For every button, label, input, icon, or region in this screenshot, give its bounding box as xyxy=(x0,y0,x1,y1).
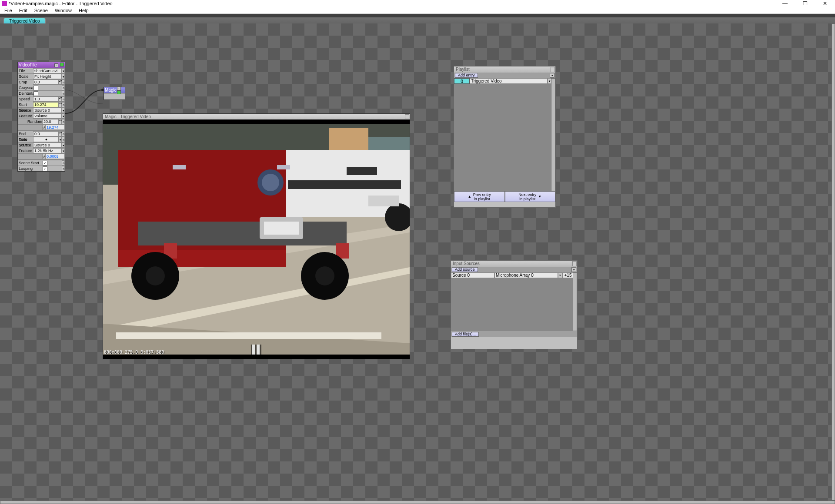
random-link-icon[interactable]: ⎋ xyxy=(62,119,65,124)
val-endtime[interactable]: 0.0 xyxy=(33,131,59,136)
playlist-header[interactable]: Playlist xyxy=(454,66,555,73)
playlist-panel[interactable]: Playlist Add entry ▾ 0 Triggered Video ▾… xyxy=(454,66,556,208)
prev-entry-label: Prev entry in playlist xyxy=(473,192,491,201)
workspace-hscrollbar[interactable] xyxy=(0,501,835,504)
chk-scenestart[interactable]: ✓ xyxy=(43,161,47,166)
node-minimize-icon[interactable]: - xyxy=(54,63,58,67)
svg-rect-11 xyxy=(138,222,347,245)
feature1-dropdown[interactable]: ▾ xyxy=(62,113,65,119)
val-crop[interactable]: 0.0 xyxy=(33,80,59,85)
maximize-button[interactable]: ❐ xyxy=(795,0,815,7)
val-starttime[interactable]: 19.274 xyxy=(33,102,59,107)
menu-file[interactable]: File xyxy=(1,8,16,13)
close-button[interactable]: ✕ xyxy=(815,0,835,7)
titlebar: *VideoExamples.magic - Editor - Triggere… xyxy=(0,0,835,7)
next-entry-button[interactable]: Next entry in playlist▼ xyxy=(505,191,556,202)
source-gain[interactable]: +15 xyxy=(562,272,574,278)
sources-scroll-thumb-icon[interactable] xyxy=(573,272,577,331)
val-speed[interactable]: 1.0 xyxy=(33,96,59,102)
menu-edit[interactable]: Edit xyxy=(16,8,31,13)
node-videofile-header[interactable]: VideoFile - xyxy=(18,62,65,68)
menu-scene[interactable]: Scene xyxy=(31,8,51,13)
val-feature1[interactable]: Volume xyxy=(33,113,62,119)
val-source2[interactable]: Source 0 xyxy=(33,143,62,148)
source-device-dropdown[interactable]: ▾ xyxy=(558,272,562,278)
crop-link-icon[interactable]: ⎋ xyxy=(62,80,65,85)
source1-dropdown[interactable]: ▾ xyxy=(62,108,65,113)
tab-triggered-video[interactable]: Triggered Video xyxy=(3,18,46,23)
starttime-link-icon[interactable]: ⎋ xyxy=(62,102,65,107)
speed-link-icon[interactable]: ⎋ xyxy=(62,96,65,102)
sources-options-dropdown[interactable]: ▾ xyxy=(571,267,576,272)
add-files-button[interactable]: Add file(s)... xyxy=(452,332,479,337)
workspace[interactable]: VideoFile - FileshortCars.avi▾ ScaleFit … xyxy=(0,23,835,501)
chk-grayscale[interactable] xyxy=(33,86,38,90)
menu-help[interactable]: Help xyxy=(75,8,92,13)
source-name[interactable]: Source 0 xyxy=(451,272,494,278)
preview-maximize-button[interactable] xyxy=(405,114,409,119)
preview-header[interactable]: Magic - Triggered Video xyxy=(103,114,410,119)
node-wire xyxy=(64,86,104,115)
node-magic[interactable]: Magic - xyxy=(104,87,125,100)
playlist-scrollbar[interactable] xyxy=(551,78,555,191)
feature2-dropdown[interactable]: ▾ xyxy=(62,148,65,153)
node-videofile-title: VideoFile xyxy=(19,63,37,67)
minimize-button[interactable]: — xyxy=(775,0,795,7)
ws-hscroll-thumb-icon[interactable] xyxy=(0,501,835,504)
speed-spinner[interactable]: ▴▾ xyxy=(59,96,62,102)
val-scale[interactable]: Fit Height xyxy=(33,74,62,79)
magic-enable-icon[interactable] xyxy=(117,90,121,94)
node-enable-icon[interactable] xyxy=(60,63,64,66)
sources-close-button[interactable] xyxy=(572,261,577,266)
workspace-vscrollbar[interactable] xyxy=(832,23,835,501)
source-device[interactable]: Microphone Array 0 xyxy=(494,272,558,278)
sources-header[interactable]: Input Sources xyxy=(451,261,577,267)
input-sources-panel[interactable]: Input Sources Add source ▾ Source 0 Micr… xyxy=(451,260,578,349)
prev-entry-button[interactable]: ▲Prev entry in playlist xyxy=(454,191,505,202)
val-source1[interactable]: Source 0 xyxy=(33,108,62,113)
playlist-row[interactable]: 0 Triggered Video ▾ xyxy=(454,78,555,84)
playlist-list[interactable]: 0 Triggered Video ▾ xyxy=(454,78,555,191)
svg-rect-25 xyxy=(252,345,255,355)
looping-link-icon[interactable]: ⎋ xyxy=(62,166,65,171)
ws-vscroll-thumb-icon[interactable] xyxy=(832,23,835,501)
node-magic-title: Magic xyxy=(105,88,117,93)
starttime-spinner[interactable]: ▴▾ xyxy=(59,102,62,107)
menu-window[interactable]: Window xyxy=(51,8,75,13)
gotostart-link-icon[interactable]: ⎋ xyxy=(62,137,65,142)
magic-minimize-icon[interactable]: - xyxy=(117,86,121,90)
source-row[interactable]: Source 0 Microphone Array 0 ▾ +15 xyxy=(451,272,577,278)
chk-looping[interactable]: ✓ xyxy=(43,166,47,171)
endtime-link-icon[interactable]: ⎋ xyxy=(62,131,65,136)
chk-deinterlace[interactable] xyxy=(33,91,38,96)
lbl-endtime: End Time xyxy=(18,131,33,136)
add-entry-button[interactable]: Add entry xyxy=(455,73,478,78)
playlist-entry-index[interactable]: 0 xyxy=(454,78,470,84)
val-random[interactable]: 20.0 xyxy=(42,119,59,124)
val-feature2[interactable]: 1.2k-5k Hz xyxy=(33,148,62,153)
random-spinner[interactable]: ▴▾ xyxy=(59,119,62,124)
deinterlace-link-icon[interactable]: ⎋ xyxy=(62,91,65,96)
source2-dropdown[interactable]: ▾ xyxy=(62,143,65,148)
file-browse-button[interactable]: ▾ xyxy=(62,68,65,73)
feat-reset-icon[interactable]: ↺ xyxy=(42,154,45,159)
scale-dropdown[interactable]: ▾ xyxy=(62,74,65,79)
scenestart-link-icon[interactable]: ⎋ xyxy=(62,160,65,166)
node-videofile[interactable]: VideoFile - FileshortCars.avi▾ ScaleFit … xyxy=(17,62,65,172)
val-file[interactable]: shortCars.avi xyxy=(33,68,62,73)
crop-spinner[interactable]: ▴▾ xyxy=(59,80,62,85)
btn-gotostart[interactable]: ● xyxy=(33,137,59,142)
sources-list[interactable]: Source 0 Microphone Array 0 ▾ +15 xyxy=(451,272,577,331)
rand-reset-icon[interactable]: ↺ xyxy=(42,125,45,130)
node-magic-header[interactable]: Magic - xyxy=(104,87,125,93)
gotostart-dd[interactable]: ▾ xyxy=(59,137,62,142)
sources-scrollbar[interactable] xyxy=(573,272,577,331)
preview-window[interactable]: Magic - Triggered Video xyxy=(103,113,410,359)
grayscale-link-icon[interactable]: ⎋ xyxy=(62,85,65,90)
add-source-button[interactable]: Add source xyxy=(452,267,478,272)
endtime-spinner[interactable]: ▴▾ xyxy=(59,131,62,136)
playlist-options-dropdown[interactable]: ▾ xyxy=(550,73,554,78)
playlist-close-button[interactable] xyxy=(551,67,555,72)
playlist-entry-name[interactable]: Triggered Video xyxy=(470,78,548,84)
playlist-scroll-thumb-icon[interactable] xyxy=(551,78,555,191)
